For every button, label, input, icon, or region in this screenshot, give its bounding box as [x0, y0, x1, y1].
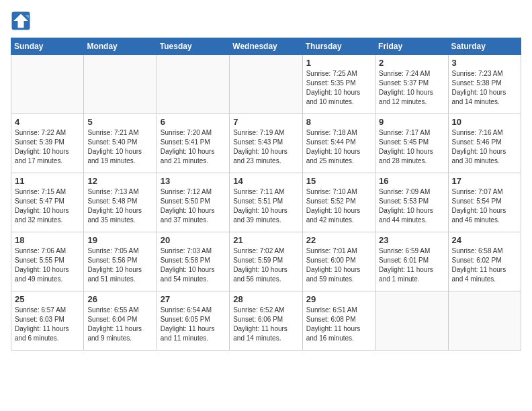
calendar-cell: 7Sunrise: 7:19 AM Sunset: 5:43 PM Daylig… [230, 114, 302, 173]
day-number: 11 [15, 176, 80, 186]
day-number: 8 [306, 117, 371, 127]
day-info: Sunrise: 7:02 AM Sunset: 5:59 PM Dayligh… [233, 246, 298, 284]
day-number: 27 [161, 294, 226, 304]
day-number: 10 [452, 117, 517, 127]
calendar-cell: 10Sunrise: 7:16 AM Sunset: 5:46 PM Dayli… [448, 114, 521, 173]
calendar-week-row: 1Sunrise: 7:25 AM Sunset: 5:35 PM Daylig… [11, 55, 521, 114]
day-number: 15 [306, 176, 371, 186]
day-number: 4 [15, 117, 80, 127]
weekday-header: Friday [375, 38, 448, 55]
day-number: 26 [87, 294, 152, 304]
calendar-cell [84, 55, 157, 114]
calendar-cell: 27Sunrise: 6:54 AM Sunset: 6:05 PM Dayli… [157, 291, 229, 351]
day-info: Sunrise: 7:20 AM Sunset: 5:41 PM Dayligh… [161, 128, 226, 166]
day-info: Sunrise: 7:22 AM Sunset: 5:39 PM Dayligh… [15, 128, 80, 166]
weekday-header: Thursday [302, 38, 375, 55]
day-number: 24 [452, 235, 517, 245]
weekday-header: Tuesday [157, 38, 229, 55]
calendar-cell: 3Sunrise: 7:23 AM Sunset: 5:38 PM Daylig… [448, 55, 521, 114]
day-info: Sunrise: 7:01 AM Sunset: 6:00 PM Dayligh… [306, 246, 371, 284]
calendar-cell: 4Sunrise: 7:22 AM Sunset: 5:39 PM Daylig… [11, 114, 84, 173]
weekday-header: Monday [84, 38, 157, 55]
weekday-header: Sunday [11, 38, 84, 55]
calendar-week-row: 18Sunrise: 7:06 AM Sunset: 5:55 PM Dayli… [11, 232, 521, 291]
day-info: Sunrise: 6:58 AM Sunset: 6:02 PM Dayligh… [452, 246, 517, 284]
day-info: Sunrise: 6:51 AM Sunset: 6:08 PM Dayligh… [306, 306, 371, 343]
day-number: 12 [87, 176, 152, 186]
calendar-cell: 13Sunrise: 7:12 AM Sunset: 5:50 PM Dayli… [157, 173, 229, 232]
day-info: Sunrise: 7:24 AM Sunset: 5:37 PM Dayligh… [379, 69, 444, 107]
calendar-cell: 20Sunrise: 7:03 AM Sunset: 5:58 PM Dayli… [157, 232, 229, 291]
day-info: Sunrise: 6:55 AM Sunset: 6:04 PM Dayligh… [87, 306, 152, 343]
day-info: Sunrise: 7:07 AM Sunset: 5:54 PM Dayligh… [452, 187, 517, 225]
calendar-cell: 23Sunrise: 6:59 AM Sunset: 6:01 PM Dayli… [375, 232, 448, 291]
calendar-week-row: 4Sunrise: 7:22 AM Sunset: 5:39 PM Daylig… [11, 114, 521, 173]
calendar-cell: 2Sunrise: 7:24 AM Sunset: 5:37 PM Daylig… [375, 55, 448, 114]
page-header [11, 11, 521, 31]
day-number: 23 [379, 235, 444, 245]
calendar-cell: 26Sunrise: 6:55 AM Sunset: 6:04 PM Dayli… [84, 291, 157, 351]
calendar-cell: 12Sunrise: 7:13 AM Sunset: 5:48 PM Dayli… [84, 173, 157, 232]
day-info: Sunrise: 7:05 AM Sunset: 5:56 PM Dayligh… [87, 246, 152, 284]
day-number: 14 [233, 176, 298, 186]
day-info: Sunrise: 7:03 AM Sunset: 5:58 PM Dayligh… [161, 246, 226, 284]
calendar-week-row: 25Sunrise: 6:57 AM Sunset: 6:03 PM Dayli… [11, 291, 521, 351]
day-info: Sunrise: 7:10 AM Sunset: 5:52 PM Dayligh… [306, 187, 371, 225]
day-number: 7 [233, 117, 298, 127]
calendar-cell: 14Sunrise: 7:11 AM Sunset: 5:51 PM Dayli… [230, 173, 302, 232]
calendar-cell: 29Sunrise: 6:51 AM Sunset: 6:08 PM Dayli… [302, 291, 375, 351]
day-info: Sunrise: 7:13 AM Sunset: 5:48 PM Dayligh… [87, 187, 152, 225]
day-info: Sunrise: 7:21 AM Sunset: 5:40 PM Dayligh… [87, 128, 152, 166]
day-number: 5 [87, 117, 152, 127]
calendar-cell: 18Sunrise: 7:06 AM Sunset: 5:55 PM Dayli… [11, 232, 84, 291]
calendar-cell: 16Sunrise: 7:09 AM Sunset: 5:53 PM Dayli… [375, 173, 448, 232]
calendar-cell: 19Sunrise: 7:05 AM Sunset: 5:56 PM Dayli… [84, 232, 157, 291]
day-info: Sunrise: 6:57 AM Sunset: 6:03 PM Dayligh… [15, 306, 80, 343]
calendar-cell: 25Sunrise: 6:57 AM Sunset: 6:03 PM Dayli… [11, 291, 84, 351]
calendar-cell: 9Sunrise: 7:17 AM Sunset: 5:45 PM Daylig… [375, 114, 448, 173]
calendar-cell: 8Sunrise: 7:18 AM Sunset: 5:44 PM Daylig… [302, 114, 375, 173]
day-number: 25 [15, 294, 80, 304]
calendar-table: SundayMondayTuesdayWednesdayThursdayFrid… [11, 38, 521, 351]
calendar-cell [375, 291, 448, 351]
day-number: 16 [379, 176, 444, 186]
day-info: Sunrise: 7:11 AM Sunset: 5:51 PM Dayligh… [233, 187, 298, 225]
day-number: 29 [306, 294, 371, 304]
day-info: Sunrise: 6:52 AM Sunset: 6:06 PM Dayligh… [233, 306, 298, 343]
day-info: Sunrise: 7:23 AM Sunset: 5:38 PM Dayligh… [452, 69, 517, 107]
day-number: 9 [379, 117, 444, 127]
day-number: 17 [452, 176, 517, 186]
calendar-cell: 28Sunrise: 6:52 AM Sunset: 6:06 PM Dayli… [230, 291, 302, 351]
calendar-cell: 11Sunrise: 7:15 AM Sunset: 5:47 PM Dayli… [11, 173, 84, 232]
weekday-header: Wednesday [230, 38, 302, 55]
day-number: 1 [306, 58, 371, 68]
calendar-cell: 21Sunrise: 7:02 AM Sunset: 5:59 PM Dayli… [230, 232, 302, 291]
day-number: 28 [233, 294, 298, 304]
calendar-cell [157, 55, 229, 114]
day-info: Sunrise: 7:06 AM Sunset: 5:55 PM Dayligh… [15, 246, 80, 284]
weekday-header-row: SundayMondayTuesdayWednesdayThursdayFrid… [11, 38, 521, 55]
day-info: Sunrise: 7:16 AM Sunset: 5:46 PM Dayligh… [452, 128, 517, 166]
day-number: 19 [87, 235, 152, 245]
day-number: 2 [379, 58, 444, 68]
logo-icon [11, 11, 31, 31]
day-info: Sunrise: 6:54 AM Sunset: 6:05 PM Dayligh… [161, 306, 226, 343]
weekday-header: Saturday [448, 38, 521, 55]
calendar-cell: 5Sunrise: 7:21 AM Sunset: 5:40 PM Daylig… [84, 114, 157, 173]
day-number: 20 [161, 235, 226, 245]
calendar-cell: 24Sunrise: 6:58 AM Sunset: 6:02 PM Dayli… [448, 232, 521, 291]
day-info: Sunrise: 7:15 AM Sunset: 5:47 PM Dayligh… [15, 187, 80, 225]
day-info: Sunrise: 7:19 AM Sunset: 5:43 PM Dayligh… [233, 128, 298, 166]
day-number: 22 [306, 235, 371, 245]
calendar-cell: 17Sunrise: 7:07 AM Sunset: 5:54 PM Dayli… [448, 173, 521, 232]
day-number: 6 [161, 117, 226, 127]
logo [11, 11, 34, 31]
day-number: 18 [15, 235, 80, 245]
calendar-cell: 6Sunrise: 7:20 AM Sunset: 5:41 PM Daylig… [157, 114, 229, 173]
calendar-cell [230, 55, 302, 114]
day-info: Sunrise: 7:18 AM Sunset: 5:44 PM Dayligh… [306, 128, 371, 166]
day-number: 13 [161, 176, 226, 186]
day-info: Sunrise: 7:12 AM Sunset: 5:50 PM Dayligh… [161, 187, 226, 225]
calendar-cell: 22Sunrise: 7:01 AM Sunset: 6:00 PM Dayli… [302, 232, 375, 291]
day-info: Sunrise: 7:17 AM Sunset: 5:45 PM Dayligh… [379, 128, 444, 166]
